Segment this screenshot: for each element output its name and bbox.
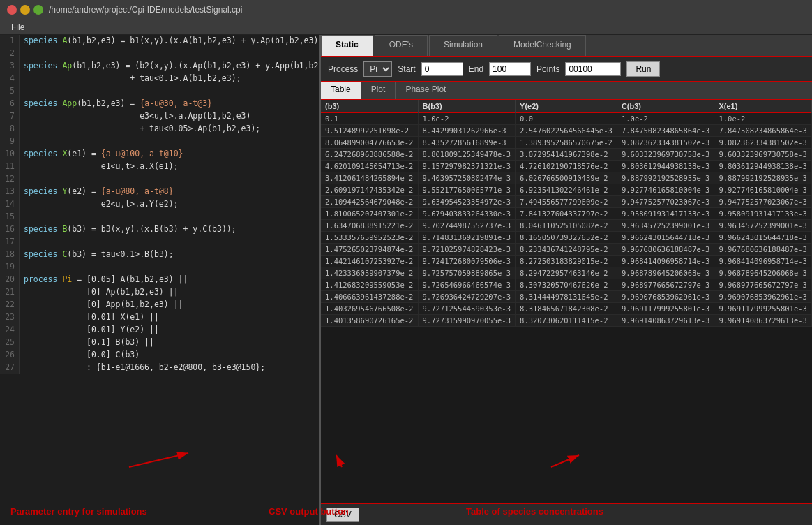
table-row: 4.620109145054713e-29.157297982371321e-3… xyxy=(321,161,812,172)
window-controls xyxy=(7,5,43,15)
points-input[interactable] xyxy=(565,62,621,76)
table-row: 3.412061484265894e-29.403957250802474e-3… xyxy=(321,172,812,184)
code-line-7: 7 e3<u,t>.a.App(b1,b2,e3) xyxy=(0,110,319,123)
right-panel: Static ODE's Simulation ModelChecking Pr… xyxy=(321,35,812,525)
tabs-bar: Static ODE's Simulation ModelChecking xyxy=(321,35,812,57)
subtab-table[interactable]: Table xyxy=(321,82,361,99)
minimize-button[interactable] xyxy=(20,5,30,15)
table-row: 2.609197147435342e-29.552177650065771e-3… xyxy=(321,184,812,196)
code-line-20: 20 process Pi = [0.05] A(b1,b2,e3) || xyxy=(0,274,319,286)
table-row: 2.109442564679048e-29.634954523354972e-3… xyxy=(321,196,812,208)
run-button[interactable]: Run xyxy=(626,61,660,77)
controls-bar: Process Pi Start End Points Run xyxy=(321,57,812,82)
table-row: 1.412683209559053e-29.726546966466574e-3… xyxy=(321,279,812,291)
table-row: 1.423336059907379e-29.725757059889865e-3… xyxy=(321,267,812,279)
code-line-15: 15 xyxy=(0,211,319,223)
code-line-8: 8 + tau<0.05>.Ap(b1,b2,e3); xyxy=(0,123,319,135)
tab-static[interactable]: Static xyxy=(321,35,373,56)
code-line-19: 19 xyxy=(0,261,319,274)
code-line-18: 18 species C(b3) = tau<0.1>.B(b3); xyxy=(0,249,319,261)
code-line-5: 5 xyxy=(0,85,319,98)
titlebar: /home/andrew/project/Cpi-IDE/models/test… xyxy=(0,0,812,20)
col-header-Ye2: Y(e2) xyxy=(516,100,617,113)
code-line-1: 1 species A(b1,b2,e3) = b1(x,y).(x.A(b1,… xyxy=(0,35,319,47)
end-label: End xyxy=(469,64,483,74)
window-title: /home/andrew/project/Cpi-IDE/models/test… xyxy=(49,5,242,15)
csv-button[interactable]: CSV xyxy=(326,508,359,522)
subtabs-bar: Table Plot Phase Plot xyxy=(321,82,812,100)
table-row: 1.810065207407301e-29.679403833264330e-3… xyxy=(321,208,812,220)
table-row: 8.064899004776653e-28.43527285616899e-31… xyxy=(321,137,812,149)
subtab-plot[interactable]: Plot xyxy=(361,82,396,99)
code-line-17: 17 xyxy=(0,236,319,249)
table-row: 0.11.0e-20.01.0e-21.0e-2 xyxy=(321,113,812,125)
data-table: (b3) B(b3) Y(e2) C(b3) X(e1) 0.11.0e-20.… xyxy=(321,100,812,327)
table-body: 0.11.0e-20.01.0e-21.0e-29.51248992251098… xyxy=(321,113,812,327)
col-header-b3: (b3) xyxy=(321,100,418,113)
table-container[interactable]: (b3) B(b3) Y(e2) C(b3) X(e1) 0.11.0e-20.… xyxy=(321,100,812,503)
code-line-12: 12 xyxy=(0,173,319,186)
start-input[interactable] xyxy=(421,62,463,76)
table-row: 1.442146107253927e-29.724172680079506e-3… xyxy=(321,256,812,267)
code-line-26: 26 [0.0] C(b3) xyxy=(0,349,319,362)
table-row: 9.51248992251098e-28.44299031262966e-32.… xyxy=(321,125,812,137)
code-line-9: 9 xyxy=(0,135,319,148)
code-line-23: 23 [0.01] X(e1) || xyxy=(0,311,319,324)
start-label: Start xyxy=(398,64,415,74)
menubar: File xyxy=(0,20,812,35)
tab-odes[interactable]: ODE's xyxy=(375,35,428,56)
col-header-Xe1: X(e1) xyxy=(714,100,812,113)
col-header-Cb3: C(b3) xyxy=(617,100,714,113)
close-button[interactable] xyxy=(7,5,17,15)
tab-simulation[interactable]: Simulation xyxy=(429,35,497,56)
code-line-27: 27 : {b1-e1@1666, b2-e2@800, b3-e3@150}; xyxy=(0,362,319,374)
menu-file[interactable]: File xyxy=(6,21,30,34)
code-line-2: 2 xyxy=(0,47,319,60)
table-row: 1.401358690726165e-29.727315990970055e-3… xyxy=(321,315,812,327)
table-row: 1.406663961437288e-29.726936424729207e-3… xyxy=(321,291,812,303)
table-header-row: (b3) B(b3) Y(e2) C(b3) X(e1) xyxy=(321,100,812,113)
code-line-4: 4 + tau<0.1>.A(b1,b2,e3); xyxy=(0,73,319,85)
code-line-3: 3 species Ap(b1,b2,e3) = (b2(x,y).(x.Ap(… xyxy=(0,60,319,73)
main-layout: 1 species A(b1,b2,e3) = b1(x,y).(x.A(b1,… xyxy=(0,35,812,525)
code-editor[interactable]: 1 species A(b1,b2,e3) = b1(x,y).(x.A(b1,… xyxy=(0,35,321,525)
code-line-24: 24 [0.01] Y(e2) || xyxy=(0,324,319,337)
bottom-bar: CSV xyxy=(321,503,812,525)
code-line-6: 6 species App(b1,b2,e3) = {a-u@30, a-t@3… xyxy=(0,98,319,110)
code-line-16: 16 species B(b3) = b3(x,y).(x.B(b3) + y.… xyxy=(0,223,319,236)
code-line-22: 22 [0] App(b1,b2,e3) || xyxy=(0,299,319,311)
code-line-21: 21 [0] Ap(b1,b2,e3) || xyxy=(0,286,319,299)
table-row: 1.403269546766508e-29.727125544590353e-3… xyxy=(321,303,812,315)
maximize-button[interactable] xyxy=(33,5,43,15)
table-row: 1.475265023794874e-29.721025974828423e-3… xyxy=(321,244,812,256)
code-line-10: 10 species X(e1) = {a-u@100, a-t@10} xyxy=(0,148,319,161)
code-line-11: 11 e1<u,t>.a.X(e1); xyxy=(0,161,319,173)
subtab-phaseplot[interactable]: Phase Plot xyxy=(396,82,456,99)
table-row: 6.247268963886588e-28.801809125349478e-3… xyxy=(321,149,812,161)
process-select[interactable]: Pi xyxy=(363,61,392,77)
points-label: Points xyxy=(536,64,559,74)
end-input[interactable] xyxy=(489,62,531,76)
code-line-25: 25 [0.1] B(b3) || xyxy=(0,337,319,349)
col-header-Bb3: B(b3) xyxy=(418,100,516,113)
table-row: 1.533357659952523e-29.714831369219891e-3… xyxy=(321,232,812,244)
process-label: Process xyxy=(328,64,358,74)
code-line-14: 14 e2<u,t>.a.Y(e2); xyxy=(0,198,319,211)
table-row: 1.634706838915221e-29.702744987552737e-3… xyxy=(321,220,812,232)
tab-modelchecking[interactable]: ModelChecking xyxy=(499,35,586,56)
code-line-13: 13 species Y(e2) = {a-u@80, a-t@8} xyxy=(0,186,319,198)
